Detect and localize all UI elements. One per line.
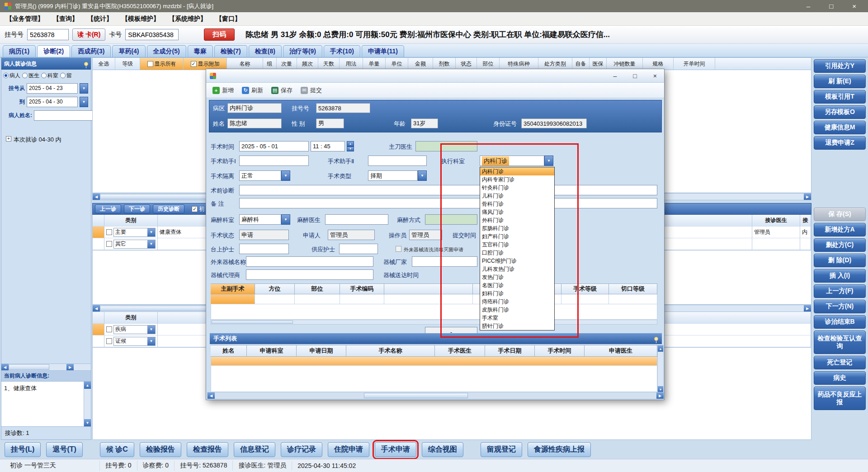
bottom-bar-button[interactable]: 诊疗记录 (281, 442, 322, 457)
doctor-header[interactable]: 接诊医生 (752, 215, 800, 227)
toolbar-button[interactable]: ↻刷新 (242, 86, 263, 94)
scrub-nurse-field[interactable] (239, 244, 289, 254)
isolation-combo[interactable]: 正常 (239, 170, 281, 181)
pin-icon[interactable] (654, 337, 658, 341)
list-column-header[interactable]: 手术时间 (535, 345, 585, 357)
show-extra-checkbox[interactable] (191, 61, 197, 67)
dropdown-option[interactable]: 儿科门诊 (480, 192, 554, 200)
list-column-header[interactable]: 申请科室 (247, 345, 297, 357)
left-horizontal-scrollbar[interactable]: ◀ ▶ (1, 363, 91, 371)
select-all-header[interactable]: 全选 (93, 58, 115, 70)
bottom-bar-button[interactable]: 住院申请 (328, 442, 369, 457)
grid-column-header[interactable]: 单量 (363, 58, 386, 70)
list-column-header[interactable]: 手术名称 (346, 345, 435, 357)
row-checkbox[interactable] (106, 229, 112, 235)
action-button[interactable]: 药品不良反应上报 (814, 387, 866, 410)
surgeon-field[interactable] (415, 141, 477, 151)
assistant2-field[interactable] (368, 156, 427, 166)
grid-column-header[interactable]: 手术编码 (340, 283, 384, 294)
menu-item[interactable]: 【窗口】 (212, 14, 244, 24)
spin-down-icon[interactable]: ▼ (347, 146, 354, 152)
action-button[interactable]: 插 入(I) (814, 269, 866, 283)
action-button[interactable]: 下一方(N) (814, 300, 866, 313)
scroll-left-icon[interactable]: ◀ (1, 364, 9, 370)
dropdown-option[interactable]: 脐针门诊 (480, 322, 554, 330)
external-instrument-checkbox[interactable] (396, 246, 401, 252)
scroll-right-icon[interactable]: ▶ (656, 392, 664, 399)
action-button[interactable]: 病史 (814, 371, 866, 385)
grid-column-header[interactable]: 金额 (408, 58, 433, 70)
tree-item[interactable]: 本次就诊 04-30 内 (14, 136, 61, 144)
anesthesia-doctor-field[interactable] (325, 214, 388, 225)
category-header[interactable]: 类别 (104, 215, 158, 227)
date-to-dropdown-icon[interactable]: ▼ (80, 97, 88, 107)
dropdown-option[interactable]: 口腔门诊 (480, 249, 554, 257)
tab[interactable]: 治疗等(9) (283, 45, 322, 57)
scroll-right-icon[interactable]: ▶ (804, 305, 811, 312)
age-field[interactable]: 31岁 (411, 118, 438, 128)
grid-column-header[interactable]: 主副手术 (211, 283, 255, 294)
idno-field[interactable]: 350403199306082013 (521, 118, 587, 128)
grid-column-header[interactable]: 单位 (386, 58, 408, 70)
filter-radio[interactable]: 科室 (41, 72, 58, 80)
scroll-down-icon[interactable]: ▼ (658, 386, 663, 392)
pin-icon[interactable] (84, 62, 88, 66)
vendor-field[interactable] (412, 256, 477, 267)
action-button[interactable]: 另存模板O (814, 105, 866, 119)
filter-radio[interactable]: 医生 (22, 72, 39, 80)
dropdown-option[interactable]: 妇产科门诊 (480, 232, 554, 241)
bottom-bar-button[interactable]: 候 诊C (100, 442, 134, 457)
grid-column-header[interactable]: 天数 (318, 58, 340, 70)
dropdown-option[interactable]: 痛风门诊 (480, 208, 554, 216)
dropdown-option[interactable]: 内科专家门诊 (480, 175, 554, 184)
sex-field[interactable]: 男 (316, 118, 344, 128)
time-spinner[interactable]: ▲▼ (347, 141, 354, 151)
dropdown-option[interactable]: 骨科门诊 (480, 200, 554, 208)
date-from-dropdown-icon[interactable]: ▼ (80, 83, 88, 94)
action-button[interactable]: 删 除(D) (814, 254, 866, 267)
scroll-left-icon[interactable]: ◀ (208, 392, 215, 399)
filter-radio[interactable]: 留 (60, 72, 72, 80)
reg-no-input[interactable] (27, 29, 69, 40)
ward-field[interactable]: 内科门诊 (227, 103, 282, 113)
category-combo[interactable]: 主要▼ (113, 228, 156, 237)
show-all-toggle[interactable]: 显示所有 (140, 58, 184, 70)
category-header[interactable]: 类别 (104, 312, 158, 324)
unregister-button[interactable]: 退号(T) (46, 442, 82, 457)
surgery-type-combo[interactable]: 择期 (368, 170, 418, 181)
close-icon[interactable]: × (852, 2, 856, 10)
scroll-left-icon[interactable]: ◀ (93, 305, 100, 312)
action-button[interactable]: 新增处方A (814, 223, 866, 236)
menu-item[interactable]: 【统计】 (84, 14, 116, 24)
menu-item[interactable]: 【系统维护】 (165, 14, 210, 24)
ext-instrument-name-field[interactable] (246, 256, 373, 267)
bottom-bar-button[interactable]: 检查报告 (187, 442, 228, 457)
read-card-button[interactable]: 读 卡(R) (72, 28, 105, 41)
grid-column-header[interactable]: 状态 (456, 58, 477, 70)
row-checkbox[interactable] (106, 326, 112, 332)
dropdown-option[interactable]: 内科门诊 (480, 167, 554, 175)
grid-column-header[interactable]: 名称 (227, 58, 263, 70)
scroll-down-icon[interactable]: ▼ (84, 419, 91, 426)
anesthesia-method-field[interactable] (425, 214, 477, 225)
dialog-horizontal-scrollbar[interactable]: ◀ ▶ (207, 392, 664, 399)
diagnosis-item[interactable]: 1、健康查体 (1, 382, 84, 426)
toolbar-button[interactable]: ✉提交 (301, 86, 322, 94)
tab[interactable]: 申请单(11) (362, 45, 404, 57)
tree-expand-icon[interactable]: + (6, 136, 11, 142)
grid-column-header[interactable]: 剂数 (433, 58, 456, 70)
menu-item[interactable]: 【业务管理】 (3, 14, 47, 24)
list-column-header[interactable]: 姓名 (211, 345, 247, 357)
tab[interactable]: 手术(10) (324, 45, 360, 57)
list-column-header[interactable]: 手术医生 (435, 345, 485, 357)
grid-column-header[interactable]: 开单时间 (674, 58, 715, 70)
maximize-icon[interactable]: □ (829, 2, 833, 10)
scroll-up-icon[interactable]: ▲ (84, 382, 91, 389)
show-all-checkbox[interactable] (147, 61, 153, 67)
clipped-header[interactable]: 接 (800, 215, 811, 227)
list-column-header[interactable]: 申请日期 (297, 345, 346, 357)
grid-column-header[interactable] (384, 283, 473, 294)
action-button[interactable]: 诊治结束B (814, 315, 866, 329)
list-vertical-scrollbar[interactable]: ▲ ▼ (657, 345, 664, 393)
chevron-down-icon[interactable]: ▼ (418, 170, 427, 181)
